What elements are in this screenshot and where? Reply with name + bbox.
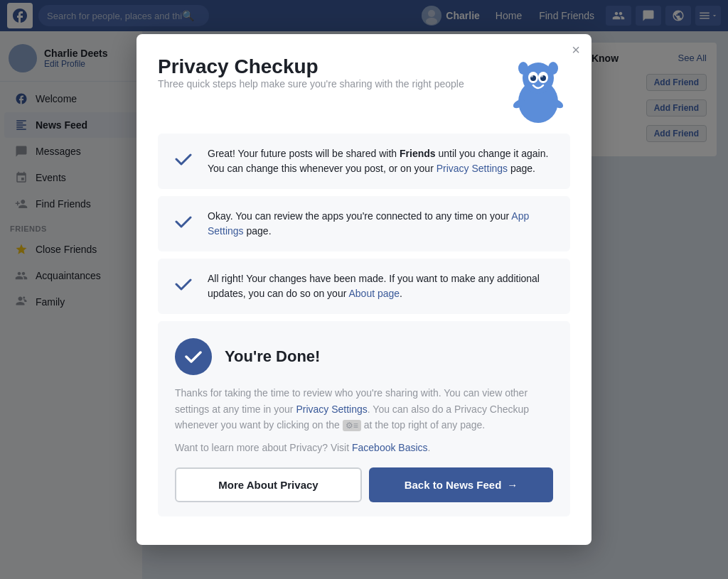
checkmark-circle-2 [172,210,195,233]
svg-point-6 [518,62,528,75]
modal-header-text: Privacy Checkup Three quick steps help m… [158,55,464,104]
check-text-1: Great! Your future posts will be shared … [208,146,556,176]
svg-point-7 [548,62,558,75]
check-item-1: Great! Your future posts will be shared … [158,134,570,189]
modal-title: Privacy Checkup [158,55,464,78]
app-settings-link[interactable]: App Settings [208,210,529,237]
modal-header: Privacy Checkup Three quick steps help m… [158,55,570,129]
arrow-icon: → [507,479,518,491]
privacy-icon-inline: ⚙≡ [343,420,361,431]
facebook-basics-link[interactable]: Facebook Basics [352,442,428,453]
checkmark-circle-1 [172,148,195,171]
modal-overlay[interactable]: × Privacy Checkup Three quick steps help… [0,0,728,579]
about-page-link[interactable]: About page [348,288,400,299]
done-header: You're Done! [175,338,553,375]
back-to-news-feed-button[interactable]: Back to News Feed → [369,467,553,502]
done-section: You're Done! Thanks for taking the time … [158,321,570,516]
modal-close-button[interactable]: × [572,43,580,57]
done-body: Thanks for taking the time to review who… [175,385,553,433]
checkmark-circle-3 [172,273,195,296]
check-text-3: All right! Your changes have been made. … [208,271,556,301]
privacy-settings-link-2[interactable]: Privacy Settings [296,404,367,415]
modal-actions: More About Privacy Back to News Feed → [175,467,553,502]
more-about-privacy-button[interactable]: More About Privacy [175,467,362,502]
done-body-2: Want to learn more about Privacy? Visit … [175,440,553,455]
svg-point-14 [530,75,533,77]
privacy-mascot [506,55,570,129]
svg-point-15 [540,75,543,77]
modal-subtitle: Three quick steps help make sure you're … [158,78,464,90]
privacy-checkup-modal: × Privacy Checkup Three quick steps help… [136,34,592,545]
done-circle-icon [175,338,212,375]
check-text-2: Okay. You can review the apps you're con… [208,209,556,239]
privacy-settings-link-1[interactable]: Privacy Settings [437,163,508,174]
check-item-2: Okay. You can review the apps you're con… [158,196,570,251]
check-item-3: All right! Your changes have been made. … [158,259,570,314]
back-to-news-feed-label: Back to News Feed [405,479,502,491]
done-title: You're Done! [225,347,320,366]
